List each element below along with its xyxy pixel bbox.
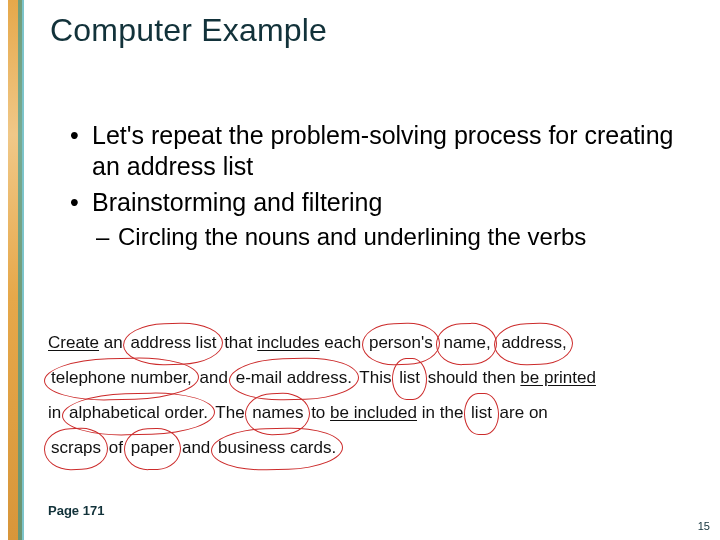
word-of: of — [109, 438, 123, 457]
word-the: The — [215, 403, 244, 422]
noun-persons: person's — [366, 326, 436, 361]
left-decorative-stripe — [0, 0, 24, 540]
word-this: This — [359, 368, 391, 387]
verb-be-included: be included — [330, 403, 417, 422]
noun-names: names — [249, 396, 306, 431]
problem-line-3: in alphabetical order. The names to be i… — [48, 396, 662, 431]
noun-scraps: scraps — [48, 431, 104, 466]
word-that: that — [224, 333, 252, 352]
word-an: an — [104, 333, 123, 352]
word-should-then: should then — [428, 368, 516, 387]
slide-number: 15 — [698, 520, 710, 532]
noun-address: address, — [498, 326, 569, 361]
word-are-on: are on — [500, 403, 548, 422]
problem-line-2: telephone number, and e-mail address. Th… — [48, 361, 662, 396]
problem-line-1: Create an address list that includes eac… — [48, 326, 662, 361]
word-to: to — [311, 403, 325, 422]
word-and-1: and — [200, 368, 228, 387]
noun-telephone-number: telephone number, — [48, 361, 195, 396]
noun-business-cards: business cards. — [215, 431, 339, 466]
sub-bullet-1: Circling the nouns and underlining the v… — [70, 222, 680, 252]
word-each: each — [324, 333, 361, 352]
verb-includes: includes — [257, 333, 319, 352]
verb-create: Create — [48, 333, 99, 352]
word-in: in — [48, 403, 61, 422]
noun-name: name, — [440, 326, 493, 361]
noun-address-list: address list — [127, 326, 219, 361]
problem-line-4: scraps of paper and business cards. — [48, 431, 662, 466]
noun-email-address: e-mail address. — [233, 361, 355, 396]
noun-list-1: list — [396, 361, 423, 396]
verb-be-printed: be printed — [520, 368, 596, 387]
word-in-the: in the — [422, 403, 464, 422]
slide-title: Computer Example — [50, 12, 327, 49]
bullet-item-2: Brainstorming and filtering — [70, 187, 680, 218]
page-reference: Page 171 — [48, 503, 104, 518]
noun-paper: paper — [128, 431, 177, 466]
problem-statement: Create an address list that includes eac… — [48, 326, 662, 465]
noun-alphabetical-order: alphabetical order. — [66, 396, 211, 431]
word-and-2: and — [182, 438, 210, 457]
bullet-list: Let's repeat the problem-solving process… — [70, 120, 680, 252]
noun-list-2: list — [468, 396, 495, 431]
teal-bar — [18, 0, 24, 540]
bullet-item-1: Let's repeat the problem-solving process… — [70, 120, 680, 183]
